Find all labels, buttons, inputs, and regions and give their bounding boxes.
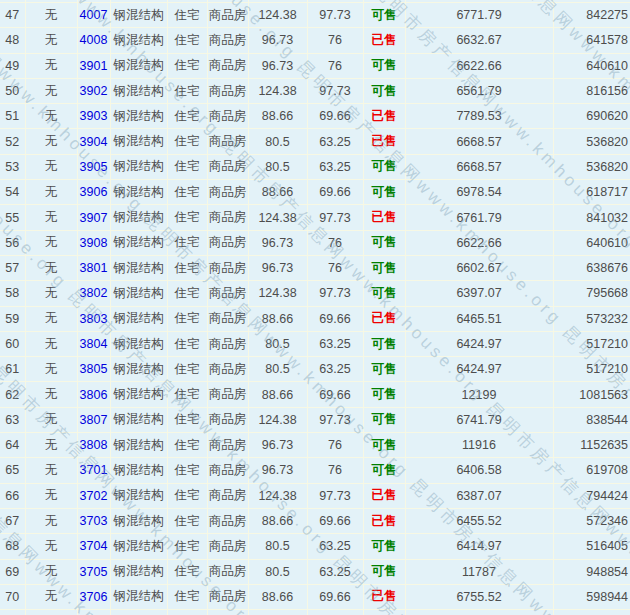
cell-status: 已售 xyxy=(363,483,405,508)
room-number-link[interactable]: 3702 xyxy=(80,489,108,503)
status-badge: 可售 xyxy=(372,539,397,553)
sale-type-label: 商品房 xyxy=(209,514,247,528)
cell-row-index: 58 xyxy=(0,281,25,306)
cell-unit-price: 7789.53 xyxy=(405,104,553,129)
status-badge: 可售 xyxy=(372,58,397,72)
usage-label: 住宅 xyxy=(175,235,200,249)
room-number-link[interactable]: 3907 xyxy=(80,211,108,225)
total-price-value: 536820 xyxy=(586,135,628,149)
room-number-link[interactable]: 3706 xyxy=(80,590,108,604)
sale-type-label: 商品房 xyxy=(209,539,247,553)
inner-area-value: 97.73 xyxy=(319,413,350,427)
cell-tag: 无 xyxy=(25,154,77,179)
cell-room: 4008 xyxy=(77,28,110,53)
cell-usage: 住宅 xyxy=(167,28,207,53)
room-number-link[interactable]: 3701 xyxy=(80,463,108,477)
room-number-link[interactable]: 4007 xyxy=(80,8,108,22)
room-number-link[interactable]: 3901 xyxy=(80,59,108,73)
row-index-label: 56 xyxy=(5,236,19,250)
row-index-label: 58 xyxy=(5,286,19,300)
structure-label: 钢混结构 xyxy=(114,564,164,578)
tag-label: 无 xyxy=(45,387,58,401)
room-number-link[interactable]: 3705 xyxy=(80,565,108,579)
tag-label: 无 xyxy=(45,362,58,376)
filler-cell xyxy=(25,610,77,615)
room-number-link[interactable]: 3805 xyxy=(80,362,108,376)
unit-price-value: 7789.53 xyxy=(456,109,501,123)
cell-usage: 住宅 xyxy=(167,129,207,154)
room-number-link[interactable]: 3704 xyxy=(80,539,108,553)
cell-build-area: 88.66 xyxy=(248,180,307,205)
cell-tag: 无 xyxy=(25,534,77,559)
row-index-label: 59 xyxy=(5,312,19,326)
tag-label: 无 xyxy=(45,235,58,249)
cell-room: 3904 xyxy=(77,129,110,154)
table-row: 52 无 3904 钢混结构 住宅 商品房 80.5 63.25 已售 6668… xyxy=(0,129,630,154)
room-number-link[interactable]: 3806 xyxy=(80,388,108,402)
sale-type-label: 商品房 xyxy=(209,109,247,123)
cell-row-index: 61 xyxy=(0,357,25,382)
unit-price-value: 6602.67 xyxy=(456,261,501,275)
room-number-link[interactable]: 3908 xyxy=(80,236,108,250)
cell-tag: 无 xyxy=(25,281,77,306)
room-number-link[interactable]: 3905 xyxy=(80,160,108,174)
status-badge: 可售 xyxy=(372,412,397,426)
cell-structure: 钢混结构 xyxy=(110,584,167,609)
room-number-link[interactable]: 3803 xyxy=(80,312,108,326)
cell-inner-area: 76 xyxy=(307,230,363,255)
room-number-link[interactable]: 3903 xyxy=(80,109,108,123)
cell-row-index: 51 xyxy=(0,104,25,129)
status-badge: 已售 xyxy=(372,488,397,502)
room-number-link[interactable]: 3902 xyxy=(80,84,108,98)
cell-usage: 住宅 xyxy=(167,255,207,280)
cell-room: 3805 xyxy=(77,357,110,382)
cell-usage: 住宅 xyxy=(167,3,207,28)
cell-sale-type: 商品房 xyxy=(207,382,248,407)
cell-room: 3806 xyxy=(77,382,110,407)
filler-cell xyxy=(363,610,405,615)
cell-total-price: 572346 xyxy=(553,508,630,533)
cell-row-index: 68 xyxy=(0,534,25,559)
room-number-link[interactable]: 4008 xyxy=(80,33,108,47)
usage-label: 住宅 xyxy=(175,58,200,72)
room-number-link[interactable]: 3804 xyxy=(80,337,108,351)
cell-unit-price: 6741.79 xyxy=(405,407,553,432)
cell-total-price: 794424 xyxy=(553,483,630,508)
cell-status: 可售 xyxy=(363,230,405,255)
build-area-value: 80.5 xyxy=(265,362,289,376)
build-area-value: 88.66 xyxy=(262,590,293,604)
room-number-link[interactable]: 3802 xyxy=(80,286,108,300)
usage-label: 住宅 xyxy=(175,311,200,325)
cell-structure: 钢混结构 xyxy=(110,104,167,129)
inner-area-value: 76 xyxy=(328,463,342,477)
structure-label: 钢混结构 xyxy=(114,185,164,199)
room-number-link[interactable]: 3808 xyxy=(80,438,108,452)
cell-room: 3905 xyxy=(77,154,110,179)
sale-type-label: 商品房 xyxy=(209,134,247,148)
room-number-link[interactable]: 3801 xyxy=(80,261,108,275)
unit-price-value: 6978.54 xyxy=(456,185,501,199)
room-number-link[interactable]: 3807 xyxy=(80,413,108,427)
cell-usage: 住宅 xyxy=(167,154,207,179)
cell-status: 可售 xyxy=(363,382,405,407)
cell-sale-type: 商品房 xyxy=(207,154,248,179)
row-index-label: 50 xyxy=(5,84,19,98)
cell-tag: 无 xyxy=(25,28,77,53)
tag-label: 无 xyxy=(45,564,58,578)
total-price-value: 572346 xyxy=(586,514,628,528)
cell-build-area: 80.5 xyxy=(248,559,307,584)
room-number-link[interactable]: 3904 xyxy=(80,135,108,149)
inner-area-value: 69.66 xyxy=(319,388,350,402)
filler-cell xyxy=(77,610,110,615)
row-index-label: 67 xyxy=(5,514,19,528)
cell-build-area: 96.73 xyxy=(248,433,307,458)
room-number-link[interactable]: 3703 xyxy=(80,514,108,528)
room-number-link[interactable]: 3906 xyxy=(80,185,108,199)
usage-label: 住宅 xyxy=(175,210,200,224)
structure-label: 钢混结构 xyxy=(114,337,164,351)
cell-row-index: 66 xyxy=(0,483,25,508)
tag-label: 无 xyxy=(45,514,58,528)
usage-label: 住宅 xyxy=(175,261,200,275)
cell-total-price: 1152635 xyxy=(553,433,630,458)
total-price-value: 1152635 xyxy=(580,438,628,452)
